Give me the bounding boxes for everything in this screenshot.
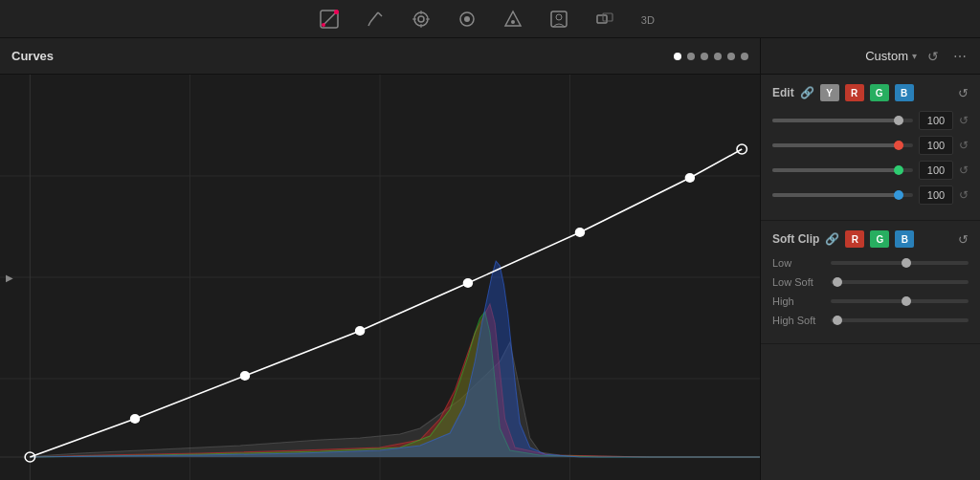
main-area: Curves ▶ (0, 38, 980, 480)
svg-point-2 (322, 23, 325, 27)
curves-dots (674, 53, 748, 60)
slider-thumb-y[interactable] (894, 116, 903, 125)
svg-point-32 (240, 371, 250, 381)
soft-clip-low-label: Low (772, 257, 825, 269)
slider-track-g[interactable] (772, 168, 913, 172)
svg-line-4 (370, 12, 378, 22)
curves-dot-1[interactable] (687, 53, 695, 60)
svg-point-31 (130, 414, 140, 424)
curves-dot-5[interactable] (741, 53, 748, 60)
play-button[interactable]: ▶ (6, 273, 13, 283)
svg-point-35 (575, 228, 585, 237)
soft-clip-high-thumb[interactable] (902, 296, 911, 306)
soft-clip-highsoft-row: High Soft (772, 315, 969, 326)
slider-track-b[interactable] (772, 193, 913, 197)
transform-tool-icon[interactable] (593, 8, 616, 31)
soft-clip-section: Soft Clip 🔗 R G B ↺ Low Low Soft (761, 221, 980, 344)
slider-row-y: 100 ↺ (772, 111, 969, 130)
svg-point-17 (556, 14, 562, 20)
preset-label: Custom (865, 49, 908, 63)
target-tool-icon[interactable] (410, 8, 433, 31)
edit-title: Edit (772, 86, 794, 99)
soft-clip-b-button[interactable]: B (895, 230, 914, 248)
reset-slider-g[interactable]: ↺ (959, 164, 969, 177)
slider-thumb-g[interactable] (894, 165, 903, 175)
value-box-y[interactable]: 100 (919, 111, 953, 130)
curves-header: Curves (0, 38, 760, 75)
curves-dot-3[interactable] (714, 53, 722, 60)
soft-clip-low-thumb[interactable] (902, 258, 911, 268)
svg-line-3 (378, 12, 382, 16)
toolbar: 3D (0, 0, 980, 38)
reset-slider-r[interactable]: ↺ (959, 139, 969, 152)
soft-clip-highsoft-label: High Soft (772, 315, 825, 326)
color-wheel-icon[interactable] (501, 8, 524, 31)
svg-point-33 (355, 326, 365, 336)
curves-canvas[interactable]: ▶ (0, 75, 760, 480)
channel-r-button[interactable]: R (845, 84, 864, 101)
right-panel: Custom ▾ ↺ ⋯ Edit 🔗 Y R G B ↺ (760, 38, 980, 480)
svg-point-13 (464, 16, 470, 22)
soft-clip-lowsoft-track[interactable] (831, 280, 969, 284)
eyedropper-tool-icon[interactable] (364, 8, 387, 31)
portrait-tool-icon[interactable] (547, 8, 570, 31)
svg-point-34 (463, 278, 473, 288)
svg-rect-18 (597, 15, 607, 23)
svg-rect-16 (551, 11, 567, 27)
slider-thumb-r[interactable] (894, 141, 903, 150)
more-options-button[interactable]: ⋯ (949, 46, 970, 67)
svg-text:3D: 3D (641, 13, 655, 25)
soft-clip-link-icon[interactable]: 🔗 (825, 232, 839, 246)
soft-clip-g-button[interactable]: G (870, 230, 889, 248)
slider-row-r: 100 ↺ (772, 136, 969, 155)
slider-row-g: 100 ↺ (772, 161, 969, 180)
soft-clip-title: Soft Clip (772, 232, 819, 246)
curves-tool-icon[interactable] (318, 8, 341, 31)
preset-dropdown[interactable]: Custom ▾ (865, 49, 917, 63)
channel-b-button[interactable]: B (895, 84, 914, 101)
curves-dot-4[interactable] (727, 53, 735, 60)
curves-dot-0[interactable] (674, 53, 681, 60)
channel-y-button[interactable]: Y (820, 84, 839, 101)
svg-rect-19 (603, 13, 612, 21)
value-box-r[interactable]: 100 (919, 136, 953, 155)
channel-g-button[interactable]: G (870, 84, 889, 101)
scope-tool-icon[interactable] (456, 8, 479, 31)
curves-panel: Curves ▶ (0, 38, 760, 480)
soft-clip-lowsoft-label: Low Soft (772, 276, 825, 288)
soft-clip-high-track[interactable] (831, 299, 969, 303)
svg-line-1 (323, 13, 335, 25)
slider-row-b: 100 ↺ (772, 185, 969, 205)
edit-section-header: Edit 🔗 Y R G B ↺ (772, 84, 969, 101)
link-icon[interactable]: 🔗 (800, 86, 814, 99)
soft-clip-highsoft-track[interactable] (831, 318, 969, 322)
curves-title: Curves (11, 49, 54, 63)
right-panel-header: Custom ▾ ↺ ⋯ (761, 38, 980, 75)
soft-clip-lowsoft-thumb[interactable] (833, 277, 842, 287)
soft-clip-header: Soft Clip 🔗 R G B ↺ (772, 230, 969, 248)
value-box-g[interactable]: 100 (919, 161, 953, 180)
soft-clip-highsoft-thumb[interactable] (833, 316, 842, 325)
slider-track-y[interactable] (772, 119, 913, 122)
svg-line-5 (368, 22, 370, 26)
svg-point-15 (511, 20, 515, 24)
edit-section: Edit 🔗 Y R G B ↺ 100 ↺ (761, 75, 980, 221)
slider-thumb-b[interactable] (894, 190, 903, 200)
soft-clip-high-label: High (772, 295, 825, 307)
history-button[interactable]: ↺ (923, 46, 944, 67)
soft-clip-low-row: Low (772, 257, 969, 269)
soft-clip-lowsoft-row: Low Soft (772, 276, 969, 288)
reset-slider-y[interactable]: ↺ (959, 114, 969, 127)
svg-point-36 (685, 173, 695, 183)
soft-clip-r-button[interactable]: R (845, 230, 864, 248)
edit-reset-button[interactable]: ↺ (958, 86, 969, 100)
3d-tool-icon[interactable]: 3D (639, 8, 662, 31)
soft-clip-reset-button[interactable]: ↺ (958, 232, 969, 247)
soft-clip-low-track[interactable] (831, 261, 969, 265)
reset-slider-b[interactable]: ↺ (959, 188, 969, 202)
slider-track-r[interactable] (772, 143, 913, 147)
value-box-b[interactable]: 100 (919, 185, 953, 205)
curves-dot-2[interactable] (701, 53, 708, 60)
svg-point-7 (418, 16, 424, 22)
svg-point-6 (414, 12, 428, 26)
